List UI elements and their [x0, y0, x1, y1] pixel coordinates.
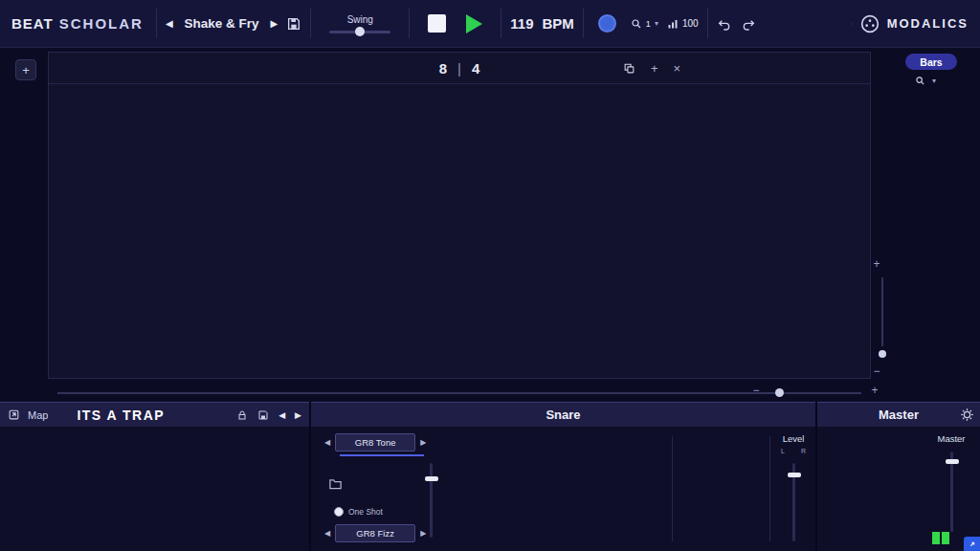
map-next-button[interactable]: ▶	[295, 410, 301, 420]
preset-name[interactable]: Shake & Fry	[182, 16, 262, 31]
lock-icon[interactable]	[236, 409, 248, 421]
level-bars-icon	[667, 18, 679, 30]
top-bar: BEAT SCHOLAR ◀ Shake & Fry ▶ Swing 119 B…	[0, 0, 980, 48]
engine-top-select[interactable]: ◀ GR8 Tone ▶	[324, 433, 426, 452]
divider	[707, 9, 708, 38]
level-right-label: R	[801, 448, 806, 454]
divider	[672, 436, 673, 541]
zoom-count: 1	[646, 19, 651, 29]
snare-body: ◀ GR8 Tone ▶ One Shot ◀ GR8 Fizz ▶	[311, 427, 815, 551]
save-map-icon[interactable]	[257, 409, 269, 421]
map-prev-button[interactable]: ◀	[278, 410, 285, 420]
timesig-numerator[interactable]: 8	[439, 60, 447, 77]
divider	[156, 9, 157, 38]
drum-map-panel: Map ITS A TRAP ◀ ▶	[0, 402, 309, 551]
app-logo: BEAT SCHOLAR	[11, 15, 144, 32]
preset-next-button[interactable]: ▶	[271, 18, 278, 29]
engine-bottom-prev-icon[interactable]: ◀	[324, 529, 330, 538]
engine-top-label[interactable]: GR8 Tone	[335, 433, 415, 452]
stop-button[interactable]	[428, 14, 446, 33]
velocity-control[interactable]: 100	[667, 18, 699, 30]
one-shot-toggle[interactable]: One Shot	[334, 507, 383, 517]
search-icon	[915, 76, 925, 86]
output-level-meter	[932, 532, 949, 544]
map-header: Map ITS A TRAP ◀ ▶	[0, 402, 309, 427]
beat-grid: 8 | 4 + ×	[48, 52, 871, 379]
master-panel: Master Master	[817, 402, 980, 551]
swing-slider-thumb[interactable]	[355, 27, 365, 36]
beat-scholar-app: BEAT SCHOLAR ◀ Shake & Fry ▶ Swing 119 B…	[0, 0, 980, 551]
play-button[interactable]	[466, 14, 482, 33]
delete-bar-icon[interactable]: ×	[674, 61, 681, 76]
master-volume-slider[interactable]	[950, 452, 953, 532]
preset-prev-button[interactable]: ◀	[166, 18, 173, 29]
divider	[769, 436, 770, 541]
master-volume-label: Master	[928, 433, 974, 444]
swing-label: Swing	[347, 14, 373, 25]
engine-top-next-icon[interactable]: ▶	[420, 438, 426, 447]
beat-grid-rows	[49, 83, 870, 378]
magnifier-icon	[631, 18, 642, 30]
divider	[583, 9, 584, 38]
level-left-label: L	[781, 448, 785, 454]
logo-scholar: SCHOLAR	[59, 15, 144, 32]
engine-accent-line	[340, 454, 424, 456]
drum-pad-grid	[2, 429, 307, 549]
master-title: Master	[879, 408, 919, 422]
master-volume-slider-thumb[interactable]	[946, 459, 959, 464]
source-mix-slider[interactable]	[430, 463, 433, 538]
snare-knob-grid	[439, 429, 669, 528]
save-preset-icon[interactable]	[286, 16, 301, 32]
chevron-down-icon[interactable]: ▾	[932, 77, 936, 85]
accent-ball-icon[interactable]	[598, 14, 616, 33]
divider	[501, 9, 501, 38]
map-icon[interactable]	[8, 408, 20, 421]
velocity-value: 100	[682, 18, 699, 29]
master-header: Master	[817, 402, 980, 427]
bars-tab[interactable]: Bars	[905, 54, 957, 70]
horizontal-scrollbar-thumb[interactable]	[775, 388, 784, 397]
resize-corner-button[interactable]	[964, 537, 980, 551]
vertical-scrollbar-thumb[interactable]	[879, 350, 886, 358]
undo-icon[interactable]	[717, 16, 732, 32]
bottom-section: Map ITS A TRAP ◀ ▶ Snare ◀ GR8 Tone	[0, 402, 980, 551]
add-row-button[interactable]: +	[15, 59, 36, 80]
timesig-denominator[interactable]: 4	[472, 60, 479, 77]
bars-sidebar: Bars ▾	[892, 48, 980, 402]
gear-icon[interactable]	[960, 408, 974, 422]
level-slider-thumb[interactable]	[788, 473, 801, 477]
zoom-in-vertical-button[interactable]: +	[869, 256, 884, 272]
level-label: Level	[772, 433, 814, 444]
zoom-out-vertical-button[interactable]: −	[869, 364, 884, 379]
one-shot-radio[interactable]	[334, 507, 344, 517]
swing-control: Swing	[320, 14, 400, 33]
engine-bottom-select[interactable]: ◀ GR8 Fizz ▶	[324, 524, 426, 542]
sequencer-area: + 8 | 4 + × + − − + Bars	[0, 48, 980, 402]
add-bar-icon[interactable]: +	[651, 61, 658, 76]
level-slider[interactable]	[792, 463, 795, 541]
duplicate-bar-icon[interactable]	[623, 62, 635, 75]
snare-header: Snare	[311, 402, 815, 427]
zoom-in-horizontal-button[interactable]: +	[867, 383, 882, 398]
swing-slider[interactable]	[329, 31, 390, 33]
engine-bottom-next-icon[interactable]: ▶	[420, 529, 426, 538]
chevron-down-icon[interactable]: ▾	[655, 19, 658, 28]
bpm-value[interactable]: 119	[510, 15, 533, 32]
source-mix-slider-thumb[interactable]	[425, 476, 438, 481]
zoom-control[interactable]: 1 ▾	[631, 18, 658, 30]
bpm-unit: BPM	[543, 15, 574, 32]
folder-icon[interactable]	[328, 476, 343, 491]
brand-text: MODALICS	[887, 16, 969, 31]
snare-panel: Snare ◀ GR8 Tone ▶ One Shot ◀ GR8 Fizz ▶	[311, 402, 815, 551]
vertical-scrollbar[interactable]	[881, 277, 883, 346]
bars-search[interactable]: ▾	[915, 76, 936, 86]
engine-bottom-label[interactable]: GR8 Fizz	[335, 524, 415, 542]
zoom-out-horizontal-button[interactable]: −	[748, 383, 764, 398]
map-label[interactable]: Map	[28, 409, 48, 421]
meter-left	[932, 532, 940, 544]
divider	[409, 9, 410, 38]
horizontal-scrollbar[interactable]	[57, 392, 861, 394]
engine-top-prev-icon[interactable]: ◀	[324, 438, 330, 447]
redo-icon[interactable]	[741, 16, 756, 32]
timesig-divider: |	[457, 60, 461, 77]
